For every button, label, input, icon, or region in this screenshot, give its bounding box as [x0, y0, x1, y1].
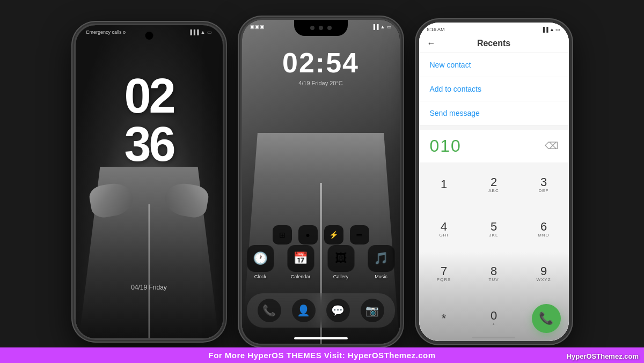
home-bar-2 — [294, 337, 348, 339]
app-music[interactable]: 🎵 Music — [365, 245, 397, 279]
battery-icon-2: ▭ — [387, 24, 392, 29]
dialpad: 1 2 ABC 3 DEF 4 GHI 5 JKL — [419, 162, 569, 341]
dock-phone[interactable]: 📞 — [258, 299, 281, 322]
context-menu: New contact Add to contacts Send message — [419, 53, 569, 125]
notch-dot-3 — [327, 26, 332, 30]
key-0[interactable]: 0 + — [469, 296, 519, 340]
small-app-grid[interactable]: ⊞ — [273, 225, 292, 245]
status-icons-right-2: ▐▐ ▲ ▭ — [372, 24, 392, 29]
phone-3-screen: 8:16 AM ▐▐ ▲ ▭ ← Recents New contact Add… — [419, 23, 569, 341]
phone-3: 8:16 AM ▐▐ ▲ ▭ ← Recents New contact Add… — [418, 21, 570, 343]
key-4[interactable]: 4 GHI — [419, 207, 469, 251]
app-grid: 🕐 Clock 📅 Calendar 🖼 Gallery 🎵 Music — [244, 245, 397, 279]
status-icons-3: ▐▐ ▲ ▭ — [541, 27, 561, 32]
small-app-dot[interactable]: ● — [298, 225, 318, 245]
status-icons-right-3: ▐▐ ▲ ▭ — [541, 27, 561, 32]
home-clock-time: 02:54 — [282, 47, 359, 79]
calendar-app-label: Calendar — [291, 274, 311, 279]
call-button[interactable]: 📞 — [532, 304, 561, 333]
phones-container: Emergency calls o ▐▐▐ ▲ ▭ 02 36 04/19 Fr… — [0, 0, 644, 363]
add-to-contacts-option[interactable]: Add to contacts — [419, 77, 569, 101]
phone-1-screen: Emergency calls o ▐▐▐ ▲ ▭ 02 36 04/19 Fr… — [76, 25, 223, 338]
calendar-app-icon[interactable]: 📅 — [287, 245, 314, 272]
clock-app-icon[interactable]: 🕐 — [247, 245, 274, 272]
dock-contacts[interactable]: 👤 — [292, 299, 316, 322]
status-icons-1: ▐▐▐ ▲ ▭ — [188, 29, 211, 35]
notch-2 — [294, 20, 348, 36]
car-shape-1 — [79, 167, 219, 338]
status-icons-left-2: ▣▣▣ — [250, 24, 265, 29]
lock-screen-clock: 02 36 — [124, 72, 173, 168]
app-gallery[interactable]: 🖼 Gallery — [325, 245, 357, 279]
dialed-number: 010 — [430, 136, 462, 156]
back-button[interactable]: ← — [427, 39, 436, 48]
lock-screen-date: 04/19 Friday — [131, 284, 167, 291]
dock: 📞 👤 💬 📷 — [247, 293, 395, 328]
number-display: 010 ⌫ — [419, 130, 569, 162]
app-clock[interactable]: 🕐 Clock — [244, 245, 276, 279]
key-2[interactable]: 2 ABC — [469, 162, 519, 207]
phone-2-screen: ▣▣▣ ▐▐ ▲ ▭ 02:54 4/19 Friday 20°C 🕐 Cloc… — [242, 20, 400, 344]
watermark: HyperOSThemez.com — [567, 352, 639, 360]
gallery-app-icon[interactable]: 🖼 — [327, 245, 354, 272]
status-time-3: 8:16 AM — [427, 27, 445, 32]
home-bar-3 — [472, 337, 515, 338]
notch-dot-2 — [319, 26, 323, 30]
small-app-bolt[interactable]: ⚡ — [324, 225, 343, 245]
status-bar-3: 8:16 AM ▐▐ ▲ ▭ — [419, 23, 569, 34]
gallery-app-label: Gallery — [333, 274, 349, 279]
signal-icon-2: ▐▐ — [372, 24, 379, 29]
small-apps-row: ⊞ ● ⚡ ═ — [273, 225, 369, 245]
key-7[interactable]: 7 PQRS — [419, 251, 469, 296]
recents-header: ← Recents — [419, 34, 569, 53]
new-contact-option[interactable]: New contact — [419, 53, 569, 77]
home-screen-clock: 02:54 4/19 Friday 20°C — [282, 47, 359, 86]
key-star[interactable]: * — [419, 296, 469, 340]
backspace-button[interactable]: ⌫ — [545, 140, 558, 152]
dock-camera[interactable]: 📷 — [361, 299, 384, 322]
promotional-banner: For More HyperOS THEMES Visit: HyperOSTh… — [0, 347, 644, 363]
header-title: Recents — [477, 39, 510, 48]
notch-dot-1 — [310, 26, 314, 30]
send-message-option[interactable]: Send message — [419, 101, 569, 125]
clock-minute: 36 — [124, 120, 173, 168]
battery-icon-1: ▭ — [207, 29, 212, 35]
dock-messages[interactable]: 💬 — [326, 299, 350, 322]
phone-2: ▣▣▣ ▐▐ ▲ ▭ 02:54 4/19 Friday 20°C 🕐 Cloc… — [240, 18, 401, 345]
key-5[interactable]: 5 JKL — [469, 207, 519, 251]
small-app-bar[interactable]: ═ — [350, 225, 369, 245]
key-6[interactable]: 6 MNO — [519, 207, 569, 251]
app-calendar[interactable]: 📅 Calendar — [284, 245, 317, 279]
punch-hole-camera-1 — [145, 32, 153, 40]
key-1[interactable]: 1 — [419, 162, 469, 207]
signal-icon-1: ▐▐▐ — [188, 29, 199, 35]
key-3[interactable]: 3 DEF — [519, 162, 569, 207]
key-9[interactable]: 9 WXYZ — [519, 251, 569, 296]
emergency-text: Emergency calls o — [86, 29, 126, 35]
clock-app-label: Clock — [254, 274, 267, 279]
music-app-icon[interactable]: 🎵 — [368, 245, 394, 272]
wifi-icon-1: ▲ — [201, 29, 206, 35]
phone-1: Emergency calls o ▐▐▐ ▲ ▭ 02 36 04/19 Fr… — [74, 24, 224, 340]
clock-hour: 02 — [124, 72, 173, 120]
key-8[interactable]: 8 TUV — [469, 251, 519, 296]
home-clock-date: 4/19 Friday 20°C — [282, 80, 359, 86]
wifi-icon-2: ▲ — [380, 24, 385, 29]
music-app-label: Music — [375, 274, 387, 279]
car-center-line-1 — [148, 204, 150, 338]
